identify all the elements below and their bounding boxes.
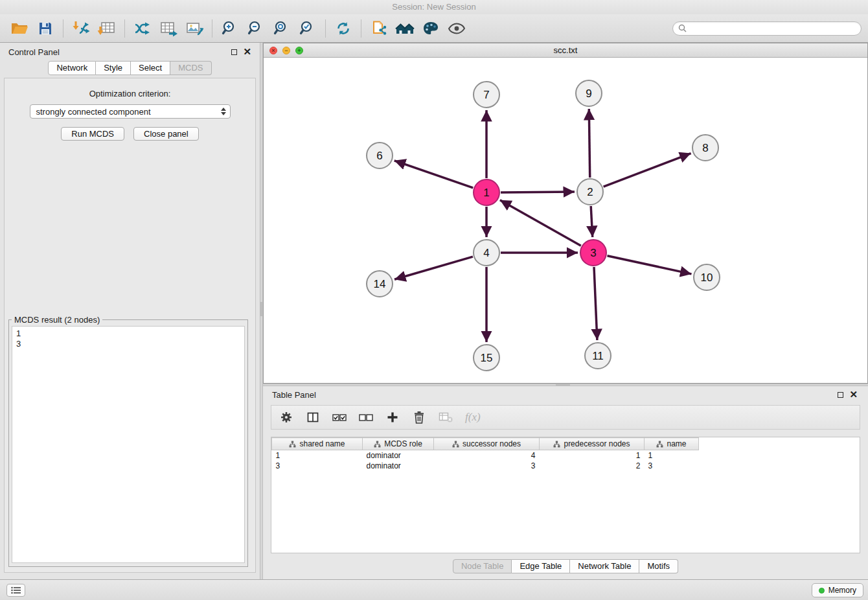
new-table-button[interactable] — [155, 17, 181, 40]
first-neighbors-button[interactable] — [392, 17, 418, 40]
select-stepper-icon — [220, 108, 228, 115]
home-icon — [395, 21, 415, 36]
column-header-predecessor-nodes[interactable]: predecessor nodes — [540, 438, 645, 450]
tab-edge-table[interactable]: Edge Table — [512, 559, 570, 573]
save-session-button[interactable] — [32, 17, 58, 40]
column-header-mcds-role[interactable]: MCDS role — [363, 438, 434, 450]
columns-icon — [306, 411, 319, 424]
edge-2-9[interactable] — [589, 109, 589, 178]
show-columns-button[interactable] — [306, 411, 320, 424]
close-panel-icon[interactable]: ✕ — [243, 49, 251, 55]
edge-2-8[interactable] — [604, 154, 691, 187]
delete-column-button[interactable] — [412, 411, 426, 424]
table-row[interactable]: 3dominator323 — [272, 461, 699, 471]
node-1[interactable]: 1 — [474, 179, 499, 205]
import-table-file-button[interactable] — [94, 17, 120, 40]
tab-network-table[interactable]: Network Table — [570, 559, 639, 573]
style-button[interactable] — [418, 17, 444, 40]
node-9[interactable]: 9 — [576, 80, 602, 106]
minimize-window-icon[interactable]: − — [282, 47, 290, 54]
import-network-file-button[interactable] — [68, 17, 94, 40]
node-14[interactable]: 14 — [367, 271, 393, 297]
node-6[interactable]: 6 — [367, 143, 393, 168]
node-11[interactable]: 11 — [585, 343, 611, 369]
table-cell: 4 — [434, 450, 540, 461]
column-header-successor-nodes[interactable]: successor nodes — [434, 438, 540, 450]
optimization-select-value: strongly connected component — [36, 107, 220, 117]
run-mcds-button[interactable]: Run MCDS — [61, 127, 124, 141]
deselect-all-button[interactable] — [359, 411, 373, 423]
tab-select[interactable]: Select — [131, 61, 170, 75]
tab-mcds[interactable]: MCDS — [170, 61, 211, 75]
edge-2-3[interactable] — [591, 206, 593, 237]
tab-node-table[interactable]: Node Table — [453, 559, 512, 573]
table-row[interactable]: 1dominator411 — [272, 450, 699, 461]
tab-motifs[interactable]: Motifs — [639, 559, 678, 573]
add-column-button[interactable] — [385, 411, 400, 424]
control-panel-tabs: Network Style Select MCDS — [0, 61, 260, 75]
column-header-shared-name[interactable]: shared name — [272, 438, 363, 450]
table-settings-button[interactable] — [279, 411, 293, 424]
zoom-in-button[interactable] — [217, 17, 243, 40]
node-label: 8 — [702, 142, 708, 154]
tab-style[interactable]: Style — [96, 61, 131, 75]
attribute-type-icon — [656, 441, 663, 448]
memory-button[interactable]: Memory — [812, 583, 863, 597]
mcds-result-box[interactable]: 1 3 — [12, 326, 245, 563]
show-hide-graphics-button[interactable] — [444, 17, 470, 40]
node-2[interactable]: 2 — [577, 179, 603, 205]
edge-3-10[interactable] — [608, 256, 692, 274]
close-panel-button[interactable]: Close panel — [133, 127, 199, 141]
node-7[interactable]: 7 — [474, 82, 499, 108]
node-label: 7 — [483, 89, 489, 101]
new-network-button[interactable] — [130, 17, 155, 40]
workspace: × − + scc.txt 7 9 6 8 1 2 4 3 — [263, 43, 868, 579]
zoom-fit-button[interactable] — [269, 17, 295, 40]
table-cell: 1 — [272, 450, 363, 461]
application-window: Session: New Session — [0, 0, 868, 600]
tab-network[interactable]: Network — [48, 61, 96, 75]
search-input[interactable] — [690, 24, 856, 33]
optimization-select[interactable]: strongly connected component — [30, 104, 231, 119]
edge-3-11[interactable] — [594, 267, 597, 340]
edge-3-1[interactable] — [500, 200, 581, 246]
export-image-button[interactable] — [181, 17, 207, 40]
select-all-button[interactable] — [332, 411, 347, 423]
edge-1-6[interactable] — [394, 161, 474, 188]
mcds-panel-body: Optimization criterion: strongly connect… — [4, 78, 256, 573]
column-header-name[interactable]: name — [645, 438, 699, 450]
window-title: Session: New Session — [392, 2, 475, 12]
function-builder-button[interactable]: f(x) — [465, 411, 481, 424]
toolbar-separator — [361, 19, 361, 38]
node-15[interactable]: 15 — [474, 345, 499, 371]
table-cell: 2 — [540, 461, 645, 471]
node-3[interactable]: 3 — [580, 240, 606, 266]
document-share-icon — [371, 20, 387, 37]
edge-4-14[interactable] — [394, 257, 473, 279]
close-window-icon[interactable]: × — [269, 47, 277, 54]
search-box[interactable] — [672, 21, 862, 36]
show-panels-button[interactable] — [6, 584, 25, 597]
network-canvas[interactable]: 7 9 6 8 1 2 4 3 14 10 15 11 — [264, 58, 867, 383]
delete-table-button[interactable] — [439, 411, 453, 423]
edge-1-2[interactable] — [501, 192, 575, 192]
close-panel-icon[interactable]: ✕ — [849, 391, 858, 398]
table-cell: 1 — [645, 450, 699, 461]
zoom-out-button[interactable] — [243, 17, 269, 40]
network-view[interactable]: 7 9 6 8 1 2 4 3 14 10 15 11 — [264, 58, 867, 383]
node-label: 1 — [483, 187, 489, 199]
node-4[interactable]: 4 — [474, 240, 499, 266]
zoom-selected-button[interactable] — [295, 17, 321, 40]
plus-icon — [386, 411, 399, 424]
node-8[interactable]: 8 — [692, 135, 718, 161]
node-10[interactable]: 10 — [694, 264, 720, 290]
apply-layout-button[interactable] — [330, 17, 356, 40]
float-panel-icon[interactable] — [231, 49, 237, 55]
refresh-icon — [335, 20, 352, 37]
float-panel-icon[interactable] — [838, 392, 843, 398]
maximize-window-icon[interactable]: + — [295, 47, 303, 54]
delete-table-icon — [439, 411, 453, 423]
open-session-button[interactable] — [6, 17, 32, 40]
duplicate-network-button[interactable] — [366, 17, 392, 40]
network-window: × − + scc.txt 7 9 6 8 1 2 4 3 — [263, 43, 868, 384]
